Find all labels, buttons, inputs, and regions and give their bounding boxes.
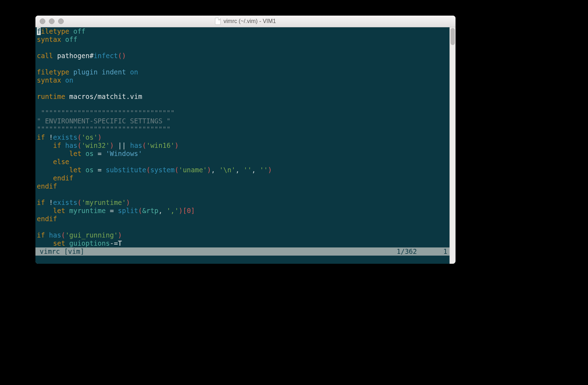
code-content[interactable]: filetype off syntax off call pathogen#in… [35, 27, 450, 247]
command-line[interactable] [35, 256, 450, 264]
traffic-close-button[interactable] [40, 18, 45, 24]
vertical-scrollbar[interactable] [450, 27, 456, 264]
status-filename: vimrc [vim] [38, 247, 84, 256]
document-icon [215, 18, 221, 25]
traffic-zoom-button[interactable] [58, 18, 64, 24]
text-cursor: f [37, 27, 41, 35]
titlebar[interactable]: vimrc (~/.vim) - VIM1 [35, 16, 456, 27]
status-line: vimrc [vim] 1/362 1 [35, 247, 450, 256]
app-window: vimrc (~/.vim) - VIM1 filetype off synta… [35, 16, 456, 264]
status-position: 1/362 [397, 247, 417, 256]
editor-viewport[interactable]: filetype off syntax off call pathogen#in… [35, 27, 450, 264]
scrollbar-thumb[interactable] [451, 28, 455, 45]
traffic-minimize-button[interactable] [49, 18, 55, 24]
status-column: 1 [437, 247, 447, 256]
window-title: vimrc (~/.vim) - VIM1 [224, 18, 276, 24]
